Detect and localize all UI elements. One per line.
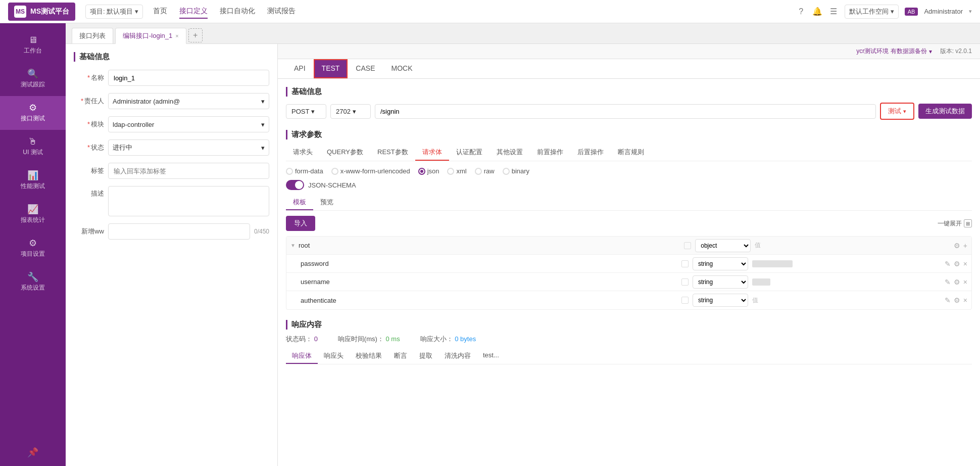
avatar: AB	[905, 8, 918, 16]
project-selector[interactable]: 项目: 默认项目 ▾	[85, 5, 143, 19]
status-label: *状态	[74, 143, 104, 152]
nav-test-report[interactable]: 测试报告	[267, 5, 296, 19]
radio-binary[interactable]: binary	[503, 167, 529, 175]
sidebar-item-api-test[interactable]: ⚙ 接口测试	[0, 96, 66, 130]
resp-tab-body[interactable]: 响应体	[286, 349, 318, 364]
radio-raw[interactable]: raw	[475, 167, 495, 175]
extra-input[interactable]	[108, 223, 250, 240]
params-tab-other[interactable]: 其他设置	[489, 145, 530, 161]
menu-icon[interactable]: ☰	[828, 7, 839, 17]
bell-icon[interactable]: 🔔	[812, 7, 822, 17]
env-selector[interactable]: ycr测试环境 有数据源备份 ▾	[856, 47, 932, 56]
module-select[interactable]: ldap-controller ▾	[108, 116, 269, 132]
ui-icon: 🖱	[28, 137, 37, 146]
main-layout: 🖥 工作台 🔍 测试跟踪 ⚙ 接口测试 🖱 UI 测试 📊 性能测试 📈 报表统…	[0, 23, 980, 466]
schema-actions-authenticate: ✎ ⚙ ×	[945, 296, 971, 304]
settings-icon[interactable]: ⚙	[954, 296, 960, 304]
pin-icon[interactable]: 📌	[27, 447, 38, 458]
info-section-title: 基础信息	[286, 87, 972, 97]
schema-actions-password: ✎ ⚙ ×	[945, 260, 971, 268]
schema-type-root[interactable]: object string integer array	[695, 239, 751, 252]
nav-api-definition[interactable]: 接口定义	[179, 5, 208, 19]
schema-check-username[interactable]	[681, 278, 689, 286]
add-icon[interactable]: +	[963, 242, 967, 250]
params-tab-headers[interactable]: 请求头	[286, 145, 320, 161]
radio-xml[interactable]: xml	[447, 167, 466, 175]
settings-icon[interactable]: ⚙	[954, 242, 960, 250]
settings-icon[interactable]: ⚙	[954, 260, 960, 268]
sidebar-item-ui-test[interactable]: 🖱 UI 测试	[0, 130, 66, 164]
sidebar-item-perf-test[interactable]: 📊 性能测试	[0, 164, 66, 198]
port-select[interactable]: 2702 ▾	[330, 104, 371, 119]
params-tab-body[interactable]: 请求体	[415, 145, 449, 161]
tab-close-icon[interactable]: ×	[175, 33, 178, 39]
tab-test[interactable]: TEST	[314, 59, 348, 78]
params-tab-assert[interactable]: 断言规则	[611, 145, 651, 161]
tab-add-button[interactable]: +	[188, 28, 203, 42]
radio-json[interactable]: json	[418, 167, 439, 175]
schema-type-username[interactable]: string integer object	[693, 275, 748, 289]
params-tab-pre[interactable]: 前置操作	[530, 145, 570, 161]
delete-icon[interactable]: ×	[963, 296, 967, 304]
params-tab-query[interactable]: QUERY参数	[320, 145, 370, 161]
nav-api-automation[interactable]: 接口自动化	[220, 5, 255, 19]
edit-icon[interactable]: ✎	[945, 278, 951, 286]
radio-form-data[interactable]: form-data	[286, 167, 323, 175]
sidebar-item-workbench[interactable]: 🖥 工作台	[0, 28, 66, 62]
resp-tab-extract[interactable]: 提取	[413, 349, 438, 364]
test-button[interactable]: 测试 ▾	[880, 103, 914, 120]
schema-type-password[interactable]: string integer object	[693, 257, 748, 270]
sub-tab-preview[interactable]: 预览	[313, 195, 340, 210]
schema-type-authenticate[interactable]: string integer object	[693, 294, 748, 307]
owner-select[interactable]: Administrator (admin@ ▾	[108, 93, 269, 109]
delete-icon[interactable]: ×	[963, 260, 967, 268]
form-row-owner: *责任人 Administrator (admin@ ▾	[74, 93, 269, 109]
status-select[interactable]: 进行中 ▾	[108, 139, 269, 156]
tab-edit-api[interactable]: 编辑接口-login_1 ×	[115, 28, 186, 44]
sidebar-item-report[interactable]: 📈 报表统计	[0, 198, 66, 231]
resp-tab-validation[interactable]: 校验结果	[350, 349, 388, 364]
status-code-value: 0	[314, 335, 318, 343]
nav-home[interactable]: 首页	[153, 5, 167, 19]
tab-case[interactable]: CASE	[348, 59, 383, 78]
desc-textarea[interactable]	[108, 186, 269, 216]
sidebar-item-test-track[interactable]: 🔍 测试跟踪	[0, 62, 66, 96]
resp-tab-headers[interactable]: 响应头	[318, 349, 350, 364]
schema-check-password[interactable]	[681, 260, 689, 267]
tab-api-list[interactable]: 接口列表	[72, 28, 113, 43]
params-tab-rest[interactable]: REST参数	[370, 145, 415, 161]
path-input[interactable]	[375, 104, 876, 119]
resp-tab-test[interactable]: test...	[477, 349, 505, 364]
expand-all[interactable]: 一键展开 ⊞	[938, 219, 972, 228]
schema-check-authenticate[interactable]	[681, 297, 689, 304]
import-button[interactable]: 导入	[286, 216, 315, 231]
basic-info-title: 基础信息	[74, 52, 269, 62]
resp-tab-clean[interactable]: 清洗内容	[438, 349, 477, 364]
tags-input[interactable]	[108, 163, 269, 179]
resp-tab-assert[interactable]: 断言	[388, 349, 413, 364]
sidebar-item-project-settings[interactable]: ⚙ 项目设置	[0, 231, 66, 265]
json-schema-toggle[interactable]	[286, 180, 304, 190]
tab-mock[interactable]: MOCK	[383, 59, 420, 78]
generate-test-data-button[interactable]: 生成测试数据	[918, 104, 972, 119]
tab-api[interactable]: API	[286, 59, 314, 78]
params-tab-post[interactable]: 后置操作	[570, 145, 611, 161]
chevron-down-icon: ▾	[929, 48, 932, 55]
radio-urlencoded[interactable]: x-www-form-urlencoded	[331, 167, 410, 175]
chevron-down-icon: ▾	[261, 144, 265, 152]
schema-check-root[interactable]	[684, 242, 691, 249]
expand-arrow-root[interactable]: ▼	[290, 243, 296, 248]
chevron-down-icon: ▾	[135, 8, 138, 15]
settings-icon[interactable]: ⚙	[954, 278, 960, 286]
schema-name-username: username	[301, 278, 330, 286]
workspace-selector[interactable]: 默认工作空间 ▾	[845, 5, 899, 19]
edit-icon[interactable]: ✎	[945, 260, 951, 268]
params-tab-auth[interactable]: 认证配置	[449, 145, 489, 161]
sub-tab-template[interactable]: 模板	[286, 195, 313, 210]
sidebar-item-system-settings[interactable]: 🔧 系统设置	[0, 265, 66, 299]
edit-icon[interactable]: ✎	[945, 296, 951, 304]
method-select[interactable]: POST ▾	[286, 104, 326, 119]
help-icon[interactable]: ?	[796, 7, 806, 17]
delete-icon[interactable]: ×	[963, 278, 967, 286]
name-input[interactable]	[108, 70, 269, 86]
